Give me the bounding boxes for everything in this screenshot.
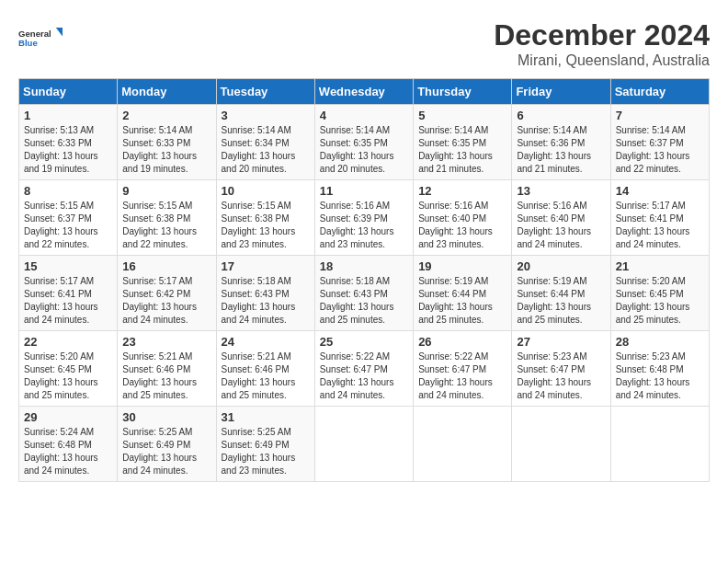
logo: General Blue <box>18 18 63 59</box>
cell-content: Sunrise: 5:23 AMSunset: 6:47 PMDaylight:… <box>517 351 591 400</box>
calendar-cell: 5Sunrise: 5:14 AMSunset: 6:35 PMDaylight… <box>414 105 512 180</box>
day-number: 27 <box>517 335 605 349</box>
month-title: December 2024 <box>494 18 710 52</box>
day-number: 23 <box>122 335 210 349</box>
calendar-cell: 30Sunrise: 5:25 AMSunset: 6:49 PMDayligh… <box>118 407 216 482</box>
calendar-cell: 21Sunrise: 5:20 AMSunset: 6:45 PMDayligh… <box>610 256 709 331</box>
calendar-cell: 7Sunrise: 5:14 AMSunset: 6:37 PMDaylight… <box>610 105 709 180</box>
day-number: 29 <box>24 410 112 424</box>
calendar-cell: 1Sunrise: 5:13 AMSunset: 6:33 PMDaylight… <box>19 105 118 180</box>
day-number: 17 <box>222 259 310 273</box>
weekday-header-row: SundayMondayTuesdayWednesdayThursdayFrid… <box>19 79 710 105</box>
title-area: December 2024 Mirani, Queensland, Austra… <box>494 18 710 69</box>
cell-content: Sunrise: 5:24 AMSunset: 6:48 PMDaylight:… <box>24 427 98 476</box>
calendar-cell: 8Sunrise: 5:15 AMSunset: 6:37 PMDaylight… <box>19 180 118 256</box>
day-number: 26 <box>418 335 506 349</box>
calendar-cell: 29Sunrise: 5:24 AMSunset: 6:48 PMDayligh… <box>19 407 118 482</box>
day-number: 14 <box>616 184 704 198</box>
calendar-cell: 18Sunrise: 5:18 AMSunset: 6:43 PMDayligh… <box>314 256 413 331</box>
day-number: 10 <box>222 184 310 198</box>
logo-svg: General Blue <box>18 18 63 59</box>
calendar-cell: 20Sunrise: 5:19 AMSunset: 6:44 PMDayligh… <box>512 256 610 331</box>
cell-content: Sunrise: 5:25 AMSunset: 6:49 PMDaylight:… <box>122 427 197 476</box>
cell-content: Sunrise: 5:14 AMSunset: 6:33 PMDaylight:… <box>122 125 197 174</box>
day-number: 12 <box>418 184 506 198</box>
day-number: 2 <box>122 109 210 122</box>
day-number: 21 <box>616 259 704 273</box>
calendar-cell <box>512 407 610 482</box>
calendar-cell: 11Sunrise: 5:16 AMSunset: 6:39 PMDayligh… <box>314 180 413 256</box>
cell-content: Sunrise: 5:15 AMSunset: 6:37 PMDaylight:… <box>24 201 98 249</box>
day-number: 9 <box>122 184 210 198</box>
calendar-week-row: 1Sunrise: 5:13 AMSunset: 6:33 PMDaylight… <box>19 105 710 180</box>
cell-content: Sunrise: 5:15 AMSunset: 6:38 PMDaylight:… <box>222 201 296 249</box>
weekday-header: Sunday <box>19 79 118 105</box>
day-number: 19 <box>418 259 506 273</box>
cell-content: Sunrise: 5:21 AMSunset: 6:46 PMDaylight:… <box>222 351 296 400</box>
calendar-cell: 9Sunrise: 5:15 AMSunset: 6:38 PMDaylight… <box>118 180 216 256</box>
weekday-header: Saturday <box>610 79 709 105</box>
cell-content: Sunrise: 5:18 AMSunset: 6:43 PMDaylight:… <box>222 276 296 325</box>
day-number: 7 <box>616 109 704 122</box>
cell-content: Sunrise: 5:20 AMSunset: 6:45 PMDaylight:… <box>24 351 98 400</box>
header: General Blue December 2024 Mirani, Queen… <box>18 18 710 69</box>
cell-content: Sunrise: 5:19 AMSunset: 6:44 PMDaylight:… <box>418 276 493 325</box>
cell-content: Sunrise: 5:23 AMSunset: 6:48 PMDaylight:… <box>616 351 690 400</box>
calendar-cell: 19Sunrise: 5:19 AMSunset: 6:44 PMDayligh… <box>414 256 512 331</box>
weekday-header: Friday <box>512 79 610 105</box>
cell-content: Sunrise: 5:15 AMSunset: 6:38 PMDaylight:… <box>122 201 197 249</box>
cell-content: Sunrise: 5:16 AMSunset: 6:40 PMDaylight:… <box>418 201 493 249</box>
calendar-cell: 16Sunrise: 5:17 AMSunset: 6:42 PMDayligh… <box>118 256 216 331</box>
calendar-cell: 27Sunrise: 5:23 AMSunset: 6:47 PMDayligh… <box>512 331 610 407</box>
cell-content: Sunrise: 5:16 AMSunset: 6:40 PMDaylight:… <box>517 201 591 249</box>
weekday-header: Tuesday <box>216 79 314 105</box>
calendar-cell: 12Sunrise: 5:16 AMSunset: 6:40 PMDayligh… <box>414 180 512 256</box>
day-number: 4 <box>320 109 408 122</box>
weekday-header: Monday <box>118 79 216 105</box>
calendar-cell: 6Sunrise: 5:14 AMSunset: 6:36 PMDaylight… <box>512 105 610 180</box>
calendar-week-row: 8Sunrise: 5:15 AMSunset: 6:37 PMDaylight… <box>19 180 710 256</box>
cell-content: Sunrise: 5:21 AMSunset: 6:46 PMDaylight:… <box>122 351 197 400</box>
cell-content: Sunrise: 5:14 AMSunset: 6:35 PMDaylight:… <box>418 125 493 174</box>
cell-content: Sunrise: 5:18 AMSunset: 6:43 PMDaylight:… <box>320 276 394 325</box>
day-number: 1 <box>24 109 112 122</box>
cell-content: Sunrise: 5:14 AMSunset: 6:34 PMDaylight:… <box>222 125 296 174</box>
weekday-header: Wednesday <box>314 79 413 105</box>
calendar-cell: 28Sunrise: 5:23 AMSunset: 6:48 PMDayligh… <box>610 331 709 407</box>
calendar-cell <box>414 407 512 482</box>
day-number: 31 <box>222 410 310 424</box>
svg-marker-2 <box>56 28 63 37</box>
day-number: 11 <box>320 184 408 198</box>
day-number: 16 <box>122 259 210 273</box>
cell-content: Sunrise: 5:13 AMSunset: 6:33 PMDaylight:… <box>24 125 98 174</box>
calendar-cell: 10Sunrise: 5:15 AMSunset: 6:38 PMDayligh… <box>216 180 314 256</box>
calendar-week-row: 29Sunrise: 5:24 AMSunset: 6:48 PMDayligh… <box>19 407 710 482</box>
cell-content: Sunrise: 5:16 AMSunset: 6:39 PMDaylight:… <box>320 201 394 249</box>
calendar-cell: 3Sunrise: 5:14 AMSunset: 6:34 PMDaylight… <box>216 105 314 180</box>
day-number: 8 <box>24 184 112 198</box>
calendar-cell: 24Sunrise: 5:21 AMSunset: 6:46 PMDayligh… <box>216 331 314 407</box>
cell-content: Sunrise: 5:14 AMSunset: 6:37 PMDaylight:… <box>616 125 690 174</box>
cell-content: Sunrise: 5:14 AMSunset: 6:35 PMDaylight:… <box>320 125 394 174</box>
cell-content: Sunrise: 5:20 AMSunset: 6:45 PMDaylight:… <box>616 276 690 325</box>
weekday-header: Thursday <box>414 79 512 105</box>
day-number: 13 <box>517 184 605 198</box>
calendar-cell: 17Sunrise: 5:18 AMSunset: 6:43 PMDayligh… <box>216 256 314 331</box>
day-number: 6 <box>517 109 605 122</box>
calendar-cell <box>610 407 709 482</box>
calendar-cell: 23Sunrise: 5:21 AMSunset: 6:46 PMDayligh… <box>118 331 216 407</box>
calendar-cell: 4Sunrise: 5:14 AMSunset: 6:35 PMDaylight… <box>314 105 413 180</box>
calendar-cell: 15Sunrise: 5:17 AMSunset: 6:41 PMDayligh… <box>19 256 118 331</box>
cell-content: Sunrise: 5:17 AMSunset: 6:41 PMDaylight:… <box>616 201 690 249</box>
day-number: 18 <box>320 259 408 273</box>
day-number: 3 <box>222 109 310 122</box>
day-number: 25 <box>320 335 408 349</box>
calendar-cell: 25Sunrise: 5:22 AMSunset: 6:47 PMDayligh… <box>314 331 413 407</box>
day-number: 22 <box>24 335 112 349</box>
calendar-cell <box>314 407 413 482</box>
calendar-cell: 14Sunrise: 5:17 AMSunset: 6:41 PMDayligh… <box>610 180 709 256</box>
day-number: 15 <box>24 259 112 273</box>
day-number: 20 <box>517 259 605 273</box>
calendar-week-row: 15Sunrise: 5:17 AMSunset: 6:41 PMDayligh… <box>19 256 710 331</box>
cell-content: Sunrise: 5:25 AMSunset: 6:49 PMDaylight:… <box>222 427 296 476</box>
